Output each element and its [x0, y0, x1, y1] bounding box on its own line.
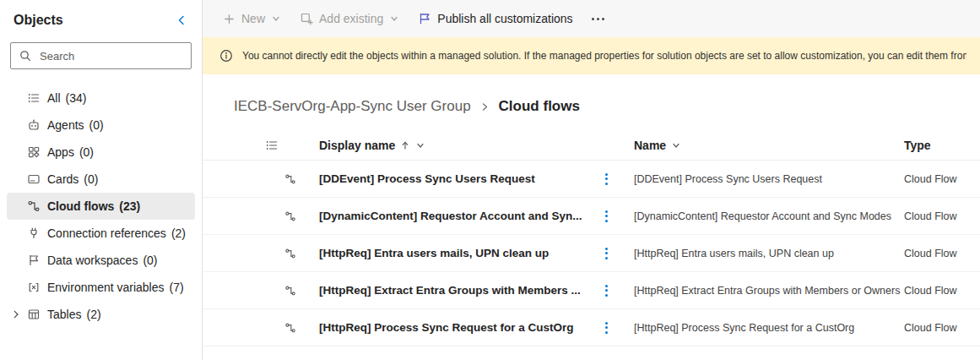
table-icon — [27, 308, 47, 321]
row-selector-icon[interactable] — [262, 139, 319, 152]
sidebar-item-label: Connection references — [47, 226, 166, 240]
search-box — [10, 42, 192, 69]
info-icon — [219, 49, 233, 63]
sidebar-item-count: (0) — [89, 118, 104, 132]
row-type: Cloud Flow — [904, 210, 980, 222]
flag-icon — [27, 254, 47, 267]
more-vertical-icon — [605, 248, 608, 259]
plus-icon — [223, 13, 236, 25]
sidebar-header: Objects — [0, 0, 202, 39]
row-display-name[interactable]: [DynamicContent] Requestor Account and S… — [319, 210, 600, 222]
sidebar-item-data-workspaces[interactable]: Data workspaces (0) — [7, 247, 195, 274]
more-vertical-icon — [605, 322, 608, 334]
chevron-right-icon — [479, 101, 490, 112]
row-more-commands-button[interactable] — [600, 281, 613, 300]
sidebar-item-count: (34) — [66, 91, 87, 105]
sidebar-item-cards[interactable]: Cards (0) — [7, 166, 195, 193]
column-header-display-name[interactable]: Display name — [319, 139, 600, 152]
sidebar-item-count: (2) — [86, 308, 100, 321]
environment-variable-icon — [27, 281, 47, 294]
row-display-name[interactable]: [HttpReq] Entra users mails, UPN clean u… — [319, 247, 600, 259]
sidebar-item-environment-variables[interactable]: Environment variables (7) — [7, 274, 195, 301]
table-row[interactable]: [DynamicContent] Requestor Account and S… — [203, 198, 980, 235]
cloud-flows-table: Display name Name — [203, 130, 980, 346]
banner-text: You cannot directly edit the objects wit… — [242, 50, 966, 62]
sidebar-item-count: (0) — [84, 172, 98, 186]
row-more-commands-button[interactable] — [600, 319, 613, 337]
row-more-commands-button[interactable] — [600, 207, 613, 226]
chevron-down-icon — [389, 14, 399, 24]
sidebar-item-label: Data workspaces — [47, 254, 138, 267]
more-horizontal-icon — [592, 18, 604, 20]
add-existing-icon — [300, 12, 313, 25]
more-vertical-icon — [605, 210, 608, 222]
sort-ascending-icon — [400, 140, 410, 150]
app-root: Objects All (34) — [0, 0, 980, 360]
row-display-name[interactable]: [DDEvent] Process Sync Users Request — [319, 172, 600, 185]
sidebar-item-connection-references[interactable]: Connection references (2) — [7, 220, 195, 247]
sidebar-item-count: (0) — [143, 254, 157, 267]
table-row[interactable]: [HttpReq] Entra users mails, UPN clean u… — [203, 235, 980, 272]
breadcrumb-current: Cloud flows — [499, 98, 580, 115]
sidebar-item-count: (23) — [119, 199, 140, 213]
row-more-commands-button[interactable] — [600, 244, 613, 263]
apps-grid-icon — [27, 145, 47, 159]
cloud-flow-icon — [262, 322, 319, 334]
row-name: [DynamicContent] Requestor Account and S… — [634, 210, 904, 222]
table-row[interactable]: [HttpReq] Extract Entra Groups with Memb… — [203, 272, 980, 309]
sidebar-item-label: Cards — [47, 172, 79, 186]
row-type: Cloud Flow — [904, 285, 980, 297]
objects-sidebar: Objects All (34) — [0, 0, 203, 360]
sidebar-item-apps[interactable]: Apps (0) — [7, 139, 195, 166]
table-row[interactable]: [DDEvent] Process Sync Users Request [DD… — [203, 161, 980, 198]
chevron-down-icon — [671, 140, 681, 150]
sidebar-item-label: Apps — [47, 145, 74, 159]
sidebar-item-cloud-flows[interactable]: Cloud flows (23) — [7, 193, 195, 220]
chevron-left-icon — [175, 14, 188, 27]
row-name: [HttpReq] Process Sync Request for a Cus… — [634, 322, 904, 334]
row-more-commands-button[interactable] — [600, 170, 613, 188]
cloud-flow-icon — [262, 248, 319, 259]
search-input[interactable] — [38, 49, 183, 63]
collapse-sidebar-button[interactable] — [173, 12, 190, 29]
sidebar-item-count: (2) — [171, 226, 186, 240]
row-type: Cloud Flow — [904, 248, 980, 259]
sidebar-item-label: Cloud flows — [47, 199, 114, 213]
add-existing-button-label: Add existing — [319, 12, 383, 25]
command-bar: New Add existing Publish all customiza — [203, 0, 980, 37]
sidebar-item-agents[interactable]: Agents (0) — [7, 112, 195, 139]
card-icon — [27, 172, 47, 186]
objects-nav: All (34) Agents (0) Apps (0) — [0, 79, 202, 333]
sidebar-item-count: (0) — [79, 145, 94, 159]
column-header-name[interactable]: Name — [634, 139, 904, 152]
new-button-label: New — [241, 12, 265, 25]
publish-button-label: Publish all customizations — [437, 12, 572, 25]
sidebar-item-label: All — [47, 91, 61, 105]
sidebar-item-tables[interactable]: Tables (2) — [7, 301, 195, 328]
add-existing-button[interactable]: Add existing — [291, 5, 408, 32]
row-display-name[interactable]: [HttpReq] Process Sync Request for a Cus… — [319, 321, 600, 334]
cloud-flow-icon — [262, 173, 319, 185]
column-header-type[interactable]: Type — [904, 139, 980, 152]
row-name: [DDEvent] Process Sync Users Request — [634, 173, 904, 185]
sidebar-item-label: Tables — [47, 308, 81, 321]
new-button[interactable]: New — [214, 5, 290, 32]
main-area: New Add existing Publish all customiza — [203, 0, 980, 360]
publish-all-customizations-button[interactable]: Publish all customizations — [409, 5, 581, 32]
table-row[interactable]: [HttpReq] Process Sync Request for a Cus… — [203, 309, 980, 346]
row-type: Cloud Flow — [904, 322, 980, 334]
more-commands-button[interactable] — [583, 5, 613, 32]
sidebar-item-all[interactable]: All (34) — [7, 85, 195, 112]
managed-solution-info-banner: You cannot directly edit the objects wit… — [203, 37, 980, 74]
chevron-right-icon[interactable] — [10, 308, 27, 320]
chevron-down-icon — [271, 14, 281, 24]
more-vertical-icon — [605, 285, 608, 297]
sidebar-item-label: Agents — [47, 118, 84, 132]
breadcrumb: IECB-ServOrg-App-Sync User Group Cloud f… — [203, 74, 980, 115]
breadcrumb-parent-link[interactable]: IECB-ServOrg-App-Sync User Group — [234, 98, 471, 115]
cloud-flow-icon — [27, 199, 47, 213]
agent-icon — [27, 118, 47, 132]
chevron-down-icon — [415, 140, 425, 150]
row-display-name[interactable]: [HttpReq] Extract Entra Groups with Memb… — [319, 284, 600, 297]
search-icon — [19, 49, 32, 63]
